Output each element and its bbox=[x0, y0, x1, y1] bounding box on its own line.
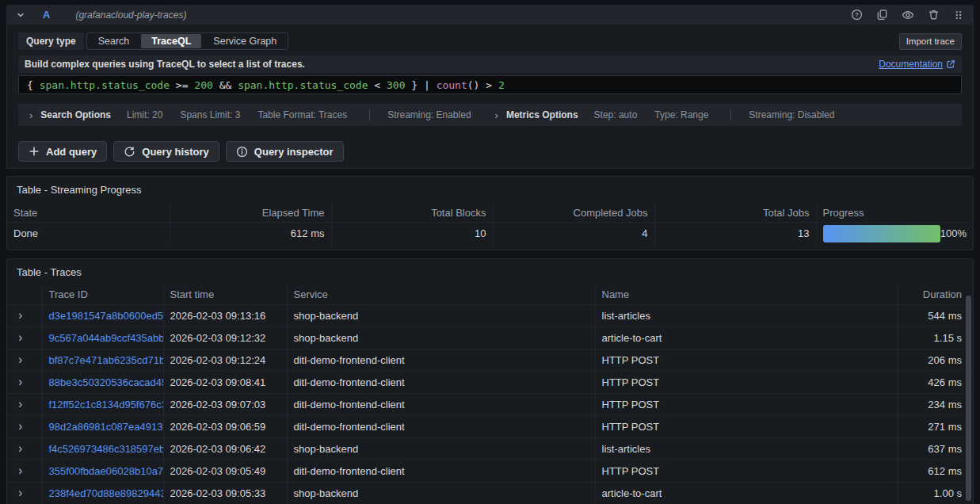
external-link-icon bbox=[946, 59, 955, 69]
trace-id-link[interactable]: 355f00fbdae06028b10a79b3 bbox=[49, 465, 164, 477]
table-row[interactable]: ›d3e1981547a8b0600ed5c072026-02-03 09:13… bbox=[7, 304, 973, 326]
query-actions-row: Add query Query history Query inspector bbox=[18, 141, 962, 162]
column-header-total-blocks[interactable]: Total Blocks bbox=[331, 204, 493, 222]
column-header-start-time[interactable]: Start time bbox=[163, 285, 287, 304]
query-inspector-button[interactable]: Query inspector bbox=[226, 141, 344, 162]
table-row[interactable]: ›355f00fbdae06028b10a79b32026-02-03 09:0… bbox=[7, 460, 973, 482]
query-type-label: Query type bbox=[18, 32, 84, 50]
expand-row-icon[interactable]: › bbox=[13, 331, 22, 344]
query-token: 2 bbox=[498, 79, 505, 91]
query-token: count bbox=[437, 79, 467, 91]
column-header-service[interactable]: Service bbox=[287, 285, 595, 304]
name-cell: HTTP POST bbox=[595, 460, 898, 482]
column-header-elapsed-time[interactable]: Elapsed Time bbox=[170, 204, 331, 222]
tab-search[interactable]: Search bbox=[88, 34, 140, 48]
column-header-completed-jobs[interactable]: Completed Jobs bbox=[493, 204, 654, 222]
trash-icon[interactable] bbox=[928, 9, 940, 21]
service-cell: ditl-demo-frontend-client bbox=[287, 349, 595, 371]
duplicate-query-icon[interactable] bbox=[876, 9, 888, 21]
query-history-button[interactable]: Query history bbox=[113, 141, 219, 162]
tab-service-graph[interactable]: Service Graph bbox=[203, 34, 287, 48]
tab-traceql[interactable]: TraceQL bbox=[141, 34, 201, 48]
panel-title[interactable]: Table - Traces bbox=[7, 259, 973, 278]
state-cell: Done bbox=[7, 222, 170, 245]
table-row[interactable]: ›98d2a86981c087ea4913f0472026-02-03 09:0… bbox=[7, 415, 973, 437]
expand-row-icon[interactable]: › bbox=[13, 487, 22, 499]
service-cell: shop-backend bbox=[287, 437, 595, 460]
trace-id-link[interactable]: d3e1981547a8b0600ed5c07 bbox=[49, 310, 164, 322]
table-row[interactable]: ›f12ff52c1c8134d95f676c3862026-02-03 09:… bbox=[7, 393, 973, 415]
traceql-query-input[interactable]: { span.http.status_code >= 200 && span.h… bbox=[18, 75, 962, 94]
query-token: 200 bbox=[194, 79, 212, 91]
query-editor-body: Query type Search TraceQL Service Graph … bbox=[6, 25, 974, 169]
expand-row-icon[interactable]: › bbox=[13, 420, 22, 433]
chevron-right-icon: › bbox=[495, 110, 498, 120]
scrollbar-thumb[interactable] bbox=[966, 296, 971, 501]
metrics-options-label: Metrics Options bbox=[506, 109, 578, 120]
trace-id-link[interactable]: 98d2a86981c087ea4913f047 bbox=[49, 421, 164, 433]
svg-text:?: ? bbox=[855, 11, 859, 18]
query-history-label: Query history bbox=[142, 146, 209, 158]
collapse-query-icon[interactable] bbox=[16, 10, 25, 20]
history-icon bbox=[124, 146, 135, 158]
query-token: span.http.status_code bbox=[40, 79, 170, 91]
expand-row-icon[interactable]: › bbox=[13, 376, 22, 388]
panel-title[interactable]: Table - Streaming Progress bbox=[7, 177, 973, 196]
drag-handle-icon[interactable] bbox=[953, 10, 964, 21]
help-icon[interactable]: ? bbox=[851, 9, 863, 21]
expand-row-icon[interactable]: › bbox=[13, 442, 22, 455]
search-option-limit: Limit: 20 bbox=[127, 109, 162, 120]
column-header-progress[interactable]: Progress bbox=[816, 204, 973, 222]
trace-id-link[interactable]: bf87c7e471ab6235cd71b2ff0 bbox=[49, 354, 164, 366]
column-header-name[interactable]: Name bbox=[595, 285, 898, 304]
column-header-trace-id[interactable]: Trace ID bbox=[42, 285, 163, 304]
documentation-link[interactable]: Documentation bbox=[879, 59, 955, 70]
expand-row-icon[interactable]: › bbox=[13, 398, 22, 410]
table-row[interactable]: ›88be3c50320536cacad45942026-02-03 09:08… bbox=[7, 371, 973, 393]
start-time-cell: 2026-02-03 09:08:41 bbox=[163, 371, 287, 393]
service-cell: ditl-demo-frontend-client bbox=[287, 460, 595, 482]
query-token: span.http.status_code bbox=[238, 79, 368, 91]
expand-row-icon[interactable]: › bbox=[13, 353, 22, 366]
expand-row-icon[interactable]: › bbox=[13, 309, 22, 322]
query-ref-id[interactable]: A bbox=[43, 9, 50, 21]
expand-row-icon[interactable]: › bbox=[13, 464, 22, 477]
query-token: < bbox=[368, 79, 387, 91]
total-jobs-cell: 13 bbox=[654, 222, 816, 245]
column-header-state[interactable]: State bbox=[7, 204, 170, 222]
table-row[interactable]: ›9c567a044ab9ccf435abbda2026-02-03 09:12… bbox=[7, 326, 973, 349]
start-time-cell: 2026-02-03 09:13:16 bbox=[163, 304, 287, 326]
service-cell: shop-backend bbox=[287, 304, 595, 326]
search-option-table-format: Table Format: Traces bbox=[257, 109, 347, 120]
import-trace-button[interactable]: Import trace bbox=[899, 33, 962, 50]
trace-id-link[interactable]: 88be3c50320536cacad4594 bbox=[49, 376, 164, 388]
trace-id-link[interactable]: f12ff52c1c8134d95f676c386 bbox=[49, 399, 164, 410]
trace-id-link[interactable]: 238f4ed70d88e89829443ef bbox=[49, 487, 164, 499]
search-options-toggle[interactable]: › Search Options bbox=[29, 109, 114, 120]
trace-id-link[interactable]: 9c567a044ab9ccf435abbda bbox=[49, 332, 164, 344]
column-header-duration[interactable]: Duration bbox=[898, 285, 973, 304]
table-row[interactable]: ›238f4ed70d88e89829443ef2026-02-03 09:05… bbox=[7, 482, 973, 504]
column-header-total-jobs[interactable]: Total Jobs bbox=[654, 204, 816, 222]
table-row[interactable]: ›f4c526973486c318597ebf272026-02-03 09:0… bbox=[7, 437, 973, 460]
search-option-streaming: Streaming: Enabled bbox=[387, 109, 471, 120]
start-time-cell: 2026-02-03 09:12:32 bbox=[163, 326, 287, 349]
duration-cell: 1.15 s bbox=[898, 326, 973, 349]
options-divider bbox=[369, 109, 370, 121]
service-cell: shop-backend bbox=[287, 326, 595, 349]
documentation-link-label: Documentation bbox=[879, 59, 943, 70]
start-time-cell: 2026-02-03 09:06:42 bbox=[163, 437, 287, 460]
eye-icon[interactable] bbox=[902, 9, 914, 21]
datasource-name: (grafanacloud-play-traces) bbox=[75, 10, 186, 21]
name-cell: HTTP POST bbox=[595, 415, 898, 437]
name-cell: list-articles bbox=[595, 304, 898, 326]
metrics-options-toggle[interactable]: › Metrics Options bbox=[495, 109, 582, 120]
traces-table: Trace ID Start time Service Name Duratio… bbox=[7, 285, 973, 504]
trace-id-link[interactable]: f4c526973486c318597ebf27 bbox=[49, 443, 164, 455]
table-row[interactable]: ›bf87c7e471ab6235cd71b2ff02026-02-03 09:… bbox=[7, 349, 973, 371]
service-cell: shop-backend bbox=[287, 482, 595, 504]
name-cell: list-articles bbox=[595, 437, 898, 460]
column-header-expander bbox=[7, 285, 42, 304]
query-token: | bbox=[424, 79, 437, 91]
add-query-button[interactable]: Add query bbox=[18, 141, 107, 162]
